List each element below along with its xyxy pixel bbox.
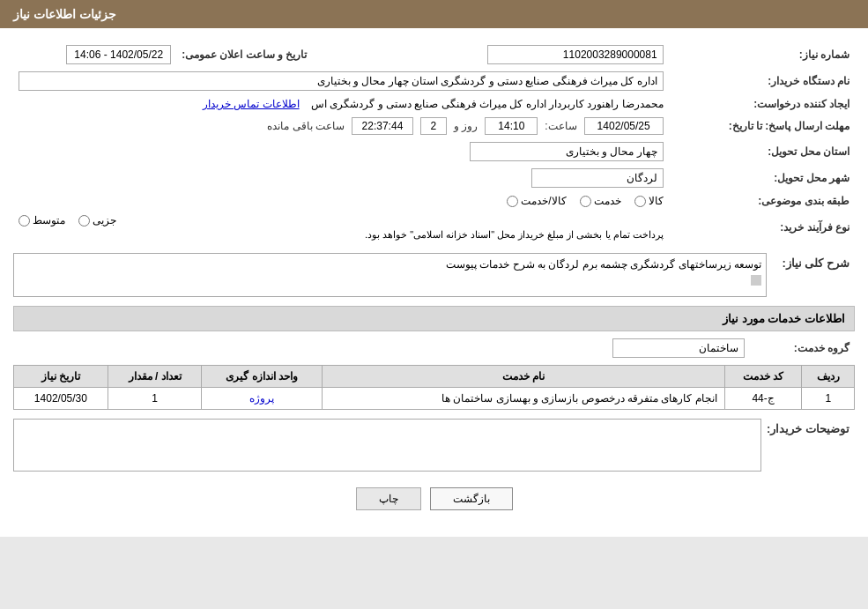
creator-contact-link[interactable]: اطلاعات تماس خریدار	[203, 98, 300, 110]
services-section-header: اطلاعات خدمات مورد نیاز	[13, 306, 855, 331]
category-radio-khedmat[interactable]	[580, 196, 591, 207]
table-row: 1 ج-44 انجام کارهای متفرقه درخصوص بازساز…	[14, 388, 855, 410]
deadline-time-label: ساعت:	[545, 120, 576, 132]
cell-unit: پروژه	[202, 388, 323, 410]
purchase-type-radio-group: جزیی متوسط	[19, 214, 664, 227]
buyer-notes-section: توضیحات خریدار:	[13, 419, 855, 474]
request-number-value: 1102003289000081	[487, 45, 664, 64]
category-kala-khedmat-label: کالا/خدمت	[521, 195, 566, 207]
announce-time-value: 1402/05/22 - 14:06	[66, 45, 171, 64]
row-delivery-province: استان محل تحویل: چهار محال و بختیاری	[13, 138, 855, 165]
row-purchase-type: نوع فرآیند خرید: جزیی متوسط پرداخت ت	[13, 211, 855, 244]
row-deadline: مهلت ارسال پاسخ: تا تاریخ: 1402/05/25 سا…	[13, 114, 855, 138]
creator-label: ایجاد کننده درخواست:	[669, 94, 855, 114]
description-section: شرح کلی نیاز: توسعه زیرساختهای گردشگری چ…	[13, 253, 855, 297]
buyer-notes-container	[13, 419, 761, 474]
category-radio-group: کالا/خدمت خدمت کالا	[19, 195, 664, 207]
print-button[interactable]: چاپ	[356, 487, 421, 510]
cell-quantity: 1	[108, 388, 202, 410]
category-option-kala-khedmat[interactable]: کالا/خدمت	[507, 195, 566, 207]
category-khedmat-label: خدمت	[594, 195, 621, 207]
cell-service-name: انجام کارهای متفرقه درخصوص بازسازی و بهس…	[323, 388, 725, 410]
deadline-days: 2	[420, 117, 447, 135]
purchase-type-text: پرداخت تمام یا بخشی از مبلغ خریداز محل "…	[19, 229, 664, 241]
category-kala-label: کالا	[649, 195, 664, 207]
category-radio-kala-khedmat[interactable]	[507, 196, 518, 207]
delivery-city-label: شهر محل تحویل:	[669, 165, 855, 191]
buyer-org-label: نام دستگاه خریدار:	[669, 68, 855, 94]
deadline-day-label: روز و	[454, 120, 478, 132]
announce-time-label: تاریخ و ساعت اعلان عمومی:	[176, 41, 368, 68]
category-option-khedmat[interactable]: خدمت	[580, 195, 621, 207]
buyer-notes-label: توضیحات خریدار:	[761, 419, 855, 439]
main-info-table: شماره نیاز: 1102003289000081 تاریخ و ساع…	[13, 41, 855, 244]
page-title: جزئیات اطلاعات نیاز	[13, 7, 116, 21]
deadline-row: 1402/05/25 ساعت: 14:10 روز و 2 22:37:44 …	[19, 117, 664, 135]
back-button[interactable]: بازگشت	[430, 487, 513, 510]
row-request-number: شماره نیاز: 1102003289000081 تاریخ و ساع…	[13, 41, 855, 68]
purchase-type-option-motavaset[interactable]: متوسط	[19, 214, 65, 227]
description-value: توسعه زیرساختهای گردشگری چشمه برم لردگان…	[13, 253, 767, 297]
col-header-unit: واحد اندازه گیری	[202, 366, 323, 388]
description-text: توسعه زیرساختهای گردشگری چشمه برم لردگان…	[446, 258, 761, 271]
buttons-row: بازگشت چاپ	[13, 487, 855, 524]
services-table-header: ردیف کد خدمت نام خدمت واحد اندازه گیری ت…	[14, 366, 855, 388]
row-buyer-org: نام دستگاه خریدار: اداره کل میراث فرهنگی…	[13, 68, 855, 94]
services-table-body: 1 ج-44 انجام کارهای متفرقه درخصوص بازساز…	[14, 388, 855, 410]
purchase-type-motavaset-label: متوسط	[33, 214, 65, 227]
deadline-remaining: 22:37:44	[352, 117, 413, 135]
deadline-label: مهلت ارسال پاسخ: تا تاریخ:	[669, 114, 855, 138]
deadline-date: 1402/05/25	[584, 117, 664, 135]
cell-service-code: ج-44	[724, 388, 802, 410]
services-table-header-row: ردیف کد خدمت نام خدمت واحد اندازه گیری ت…	[14, 366, 855, 388]
creator-value: محمدرضا راهنورد کاربردار اداره کل میراث …	[311, 98, 664, 110]
content-area: شماره نیاز: 1102003289000081 تاریخ و ساع…	[0, 28, 868, 537]
request-number-label: شماره نیاز:	[669, 41, 855, 68]
deadline-remaining-label: ساعت باقی مانده	[267, 120, 345, 132]
row-creator: ایجاد کننده درخواست: محمدرضا راهنورد کار…	[13, 94, 855, 114]
purchase-type-option-jozee[interactable]: جزیی	[78, 214, 116, 227]
row-category: طبقه بندی موضوعی: کالا/خدمت خدمت کالا	[13, 191, 855, 211]
purchase-type-jozee-label: جزیی	[93, 214, 116, 227]
col-header-code: کد خدمت	[724, 366, 802, 388]
resize-handle[interactable]	[751, 275, 761, 286]
delivery-province-label: استان محل تحویل:	[669, 138, 855, 165]
col-header-name: نام خدمت	[323, 366, 725, 388]
deadline-time: 14:10	[485, 117, 538, 135]
col-header-date: تاریخ نیاز	[14, 366, 108, 388]
cell-date: 1402/05/30	[14, 388, 108, 410]
purchase-type-label: نوع فرآیند خرید:	[669, 211, 855, 244]
row-delivery-city: شهر محل تحویل: لردگان	[13, 165, 855, 191]
cell-row-number: 1	[802, 388, 855, 410]
category-option-kala[interactable]: کالا	[634, 195, 664, 207]
buyer-org-value: اداره کل میراث فرهنگی صنایع دستی و گردشگ…	[19, 71, 664, 91]
purchase-radio-motavaset[interactable]	[19, 215, 30, 227]
service-group-value: ساختمان	[612, 338, 745, 358]
page-header: جزئیات اطلاعات نیاز	[0, 0, 868, 28]
service-group-row: گروه خدمت: ساختمان	[13, 338, 855, 358]
delivery-province-value: چهار محال و بختیاری	[470, 142, 664, 161]
col-header-qty: تعداد / مقدار	[108, 366, 202, 388]
service-group-label: گروه خدمت:	[749, 338, 855, 358]
col-header-row: ردیف	[802, 366, 855, 388]
purchase-radio-jozee[interactable]	[78, 215, 90, 227]
delivery-city-value: لردگان	[531, 168, 664, 188]
page-wrapper: جزئیات اطلاعات نیاز شماره نیاز: 11020032…	[0, 0, 868, 537]
category-label: طبقه بندی موضوعی:	[669, 191, 855, 211]
description-label: شرح کلی نیاز:	[767, 253, 855, 273]
category-radio-kala[interactable]	[634, 196, 646, 207]
services-table: ردیف کد خدمت نام خدمت واحد اندازه گیری ت…	[13, 365, 855, 410]
buyer-notes-textarea[interactable]	[13, 419, 761, 472]
